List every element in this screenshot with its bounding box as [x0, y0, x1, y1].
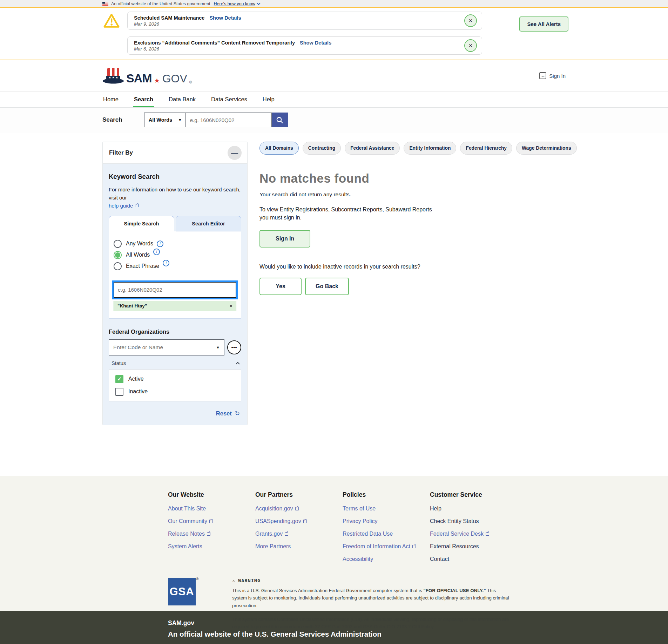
- warning-icon: ⚠: [232, 578, 235, 583]
- footer-link-release-notes[interactable]: Release Notes↗: [168, 531, 255, 537]
- site-header: ★★★ SAM★GOV® ← Sign In: [0, 60, 668, 91]
- tab-entity-information[interactable]: Entity Information: [404, 142, 456, 155]
- checkbox-checked-icon[interactable]: ✓: [115, 375, 123, 383]
- chip-label: "Khant Htay": [117, 303, 147, 309]
- footer-link-usaspending-gov[interactable]: USASpending.gov↗: [255, 518, 343, 524]
- nav-item-data-services[interactable]: Data Services: [210, 91, 248, 107]
- chevron-up-icon[interactable]: [236, 362, 239, 366]
- yes-button[interactable]: Yes: [259, 278, 302, 295]
- footer-link-acquisition-gov[interactable]: Acquisition.gov↗: [255, 506, 343, 512]
- org-code-select[interactable]: Enter Code or Name ▼: [109, 339, 224, 355]
- tab-simple-search[interactable]: Simple Search: [109, 216, 174, 231]
- gov-banner: An official website of the United States…: [0, 0, 668, 8]
- footer-link-grants-gov[interactable]: Grants.gov↗: [255, 531, 343, 537]
- filter-by-title: Filter By: [109, 149, 133, 156]
- dark-footer-subtitle: An official website of the U.S. General …: [168, 630, 668, 638]
- radio-exact-phrase[interactable]: Exact Phrase i: [114, 262, 236, 270]
- gsa-logo: GSA ®: [168, 578, 196, 605]
- tab-all-domains[interactable]: All Domains: [259, 142, 299, 155]
- footer-link-check-entity-status[interactable]: Check Entity Status: [430, 518, 517, 524]
- collapse-filter-button[interactable]: —: [228, 146, 242, 160]
- close-icon[interactable]: ×: [464, 39, 477, 52]
- alerts-section: Scheduled SAM Maintenance Show Details M…: [0, 8, 668, 60]
- no-results-text: Your search did not return any results.: [259, 191, 551, 198]
- checkbox-active[interactable]: ✓ Active: [115, 375, 241, 383]
- radio-button-selected[interactable]: [114, 251, 122, 259]
- info-icon[interactable]: i: [157, 240, 163, 247]
- nav-item-data-bank[interactable]: Data Bank: [168, 91, 196, 107]
- alert-title: Exclusions “Additional Comments” Content…: [134, 40, 295, 46]
- checkbox-icon[interactable]: [115, 388, 123, 396]
- nav-item-home[interactable]: Home: [102, 91, 119, 107]
- radio-any-words[interactable]: Any Words i: [114, 240, 236, 248]
- footer-link-restricted-data-use[interactable]: Restricted Data Use: [343, 531, 430, 537]
- close-icon[interactable]: ×: [464, 14, 477, 27]
- footer-link-terms-of-use[interactable]: Terms of Use: [343, 506, 430, 512]
- sign-in-button[interactable]: Sign In: [259, 230, 310, 248]
- go-back-button[interactable]: Go Back: [305, 278, 349, 295]
- footer-link-privacy-policy[interactable]: Privacy Policy: [343, 518, 430, 524]
- status-label: Status: [112, 360, 126, 366]
- warning-block: ⚠ WARNING This is a U.S. General Service…: [232, 578, 509, 630]
- show-details-link[interactable]: Show Details: [209, 15, 241, 21]
- footer-link-foia[interactable]: Freedom of Information Act↗: [343, 543, 430, 550]
- footer-heading: Our Website: [168, 491, 255, 499]
- radio-button[interactable]: [114, 240, 122, 248]
- registered-mark: ®: [196, 577, 199, 581]
- footer-link-help[interactable]: Help: [430, 506, 517, 512]
- footer-link-contact[interactable]: Contact: [430, 556, 517, 562]
- keyword-search-heading: Keyword Search: [109, 173, 241, 181]
- reset-icon[interactable]: ↻: [235, 410, 240, 417]
- more-options-icon[interactable]: •••: [227, 340, 241, 354]
- info-icon[interactable]: i: [163, 260, 169, 266]
- logo-sam-text: SAM: [126, 72, 152, 84]
- search-icon: [276, 116, 283, 124]
- heres-how-link[interactable]: Here's how you know: [214, 1, 260, 6]
- nav-item-help[interactable]: Help: [262, 91, 275, 107]
- checkbox-inactive[interactable]: Inactive: [115, 388, 241, 396]
- footer-link-system-alerts[interactable]: System Alerts: [168, 543, 255, 550]
- external-link-icon: ↗: [303, 520, 307, 523]
- uncle-sam-hat-icon: ★★★: [102, 68, 124, 84]
- footer-link-about-this-site[interactable]: About This Site: [168, 506, 255, 512]
- tab-federal-assistance[interactable]: Federal Assistance: [345, 142, 400, 155]
- external-link-icon: ↗: [209, 520, 213, 523]
- footer-link-our-community[interactable]: Our Community↗: [168, 518, 255, 524]
- radio-button[interactable]: [114, 262, 122, 270]
- tab-search-editor[interactable]: Search Editor: [176, 216, 241, 231]
- alert-card: Exclusions “Additional Comments” Content…: [127, 36, 482, 55]
- chevron-down-icon: [257, 1, 261, 5]
- footer-link-more-partners[interactable]: More Partners: [255, 543, 343, 550]
- help-guide-link[interactable]: help guide↗: [109, 203, 139, 209]
- content: Filter By — Keyword Search For more info…: [0, 133, 668, 476]
- footer-link-external-resources[interactable]: External Resources: [430, 543, 517, 550]
- footer-col-policies: Policies Terms of Use Privacy Policy Res…: [343, 491, 430, 569]
- keyword-input[interactable]: [114, 282, 236, 298]
- reset-link[interactable]: Reset: [216, 410, 232, 417]
- nav-item-search[interactable]: Search: [133, 91, 154, 107]
- radio-all-words[interactable]: All Words i: [114, 251, 236, 259]
- domain-tabs: All Domains Contracting Federal Assistan…: [259, 142, 551, 155]
- search-button[interactable]: [272, 113, 288, 127]
- caret-down-icon: ▼: [178, 118, 182, 122]
- tab-contracting[interactable]: Contracting: [303, 142, 341, 155]
- simple-search-panel: Any Words i All Words i Exact Phrase i "…: [109, 231, 241, 319]
- footer-heading: Our Partners: [255, 491, 343, 499]
- footer-link-accessibility[interactable]: Accessibility: [343, 556, 430, 562]
- chip-remove-icon[interactable]: ×: [230, 303, 232, 309]
- search-input[interactable]: [185, 113, 272, 127]
- us-flag-icon: [102, 2, 108, 6]
- info-icon[interactable]: i: [153, 249, 160, 255]
- footer-link-federal-service-desk[interactable]: Federal Service Desk↗: [430, 531, 517, 537]
- enter-icon: ←: [539, 72, 546, 79]
- show-details-link[interactable]: Show Details: [300, 40, 331, 46]
- search-mode-select[interactable]: All Words▼: [144, 113, 185, 127]
- warning-triangle-icon: [103, 13, 120, 28]
- see-all-alerts-button[interactable]: See All Alerts: [519, 16, 568, 32]
- footer-col-customer-service: Customer Service Help Check Entity Statu…: [430, 491, 517, 569]
- include-inactive-question: Would you like to include inactive recor…: [259, 264, 551, 270]
- tab-federal-hierarchy[interactable]: Federal Hierarchy: [460, 142, 512, 155]
- sign-in-link[interactable]: ← Sign In: [539, 72, 566, 79]
- sam-gov-logo[interactable]: ★★★ SAM★GOV®: [102, 68, 192, 84]
- tab-wage-determinations[interactable]: Wage Determinations: [516, 142, 577, 155]
